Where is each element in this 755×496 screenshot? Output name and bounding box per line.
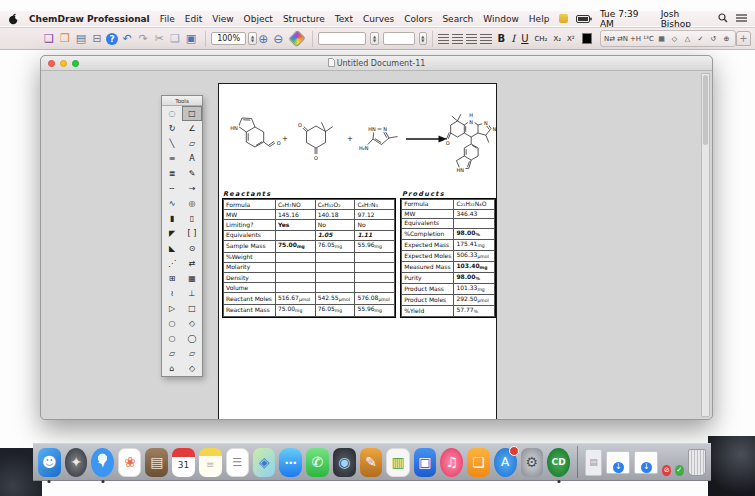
table-cell[interactable]: 145.16	[275, 210, 315, 220]
zoom-out-icon[interactable]: ⊖	[272, 32, 285, 46]
window-title-bar[interactable]: Untitled Document-11	[41, 56, 712, 71]
reaction-scheme[interactable]: HN O O O HN N H₂N H N N NH O HN +	[221, 97, 496, 197]
circle-shape-tool[interactable]: ○	[162, 331, 182, 346]
tools-palette-title[interactable]: Tools	[162, 96, 202, 106]
vertical-scrollbar[interactable]	[701, 73, 710, 417]
dock-downloads-2[interactable]: ↓	[634, 451, 658, 474]
orbital-tool[interactable]: ◎	[182, 196, 202, 211]
nmr-predict-icon[interactable]: ¹³C	[642, 32, 655, 45]
dock-badge-red[interactable]: ⊘	[662, 465, 671, 476]
bracket-tool[interactable]: [ ]	[182, 226, 202, 241]
table-cell[interactable]	[355, 272, 395, 282]
spotlight-search-icon[interactable]	[718, 13, 728, 25]
notification-center-icon[interactable]	[736, 13, 747, 24]
underline-button[interactable]: U	[521, 33, 528, 44]
menu-text[interactable]: Text	[335, 14, 353, 24]
align-right-icon[interactable]	[466, 34, 477, 44]
dock-document[interactable]: ▤	[585, 449, 603, 476]
hollow-wedge-tool[interactable]: ◣	[162, 241, 182, 256]
table-cell[interactable]: 55.96mg	[355, 305, 395, 317]
save-icon[interactable]: ▤	[74, 32, 88, 46]
clean-structure-icon[interactable]: △	[681, 32, 694, 45]
print-icon[interactable]: ⊟	[90, 32, 104, 46]
table-cell[interactable]: C₂₁H₂₂N₄O	[454, 200, 495, 210]
table-cell[interactable]: 140.18	[315, 210, 355, 220]
color-wheel-icon[interactable]	[288, 30, 306, 48]
pen-tool[interactable]: ✎	[182, 166, 202, 181]
name-to-structure-icon[interactable]: N⇄	[603, 32, 616, 45]
dock-downloads-1[interactable]: ↓	[606, 451, 630, 474]
dock-calendar[interactable]: 31	[172, 448, 195, 477]
table-cell[interactable]: C₄H₇N₃	[355, 200, 395, 210]
table-cell[interactable]: 516.67µmol	[275, 293, 315, 305]
dock-safari[interactable]: ➤	[91, 448, 114, 477]
dock-messages[interactable]: …	[279, 448, 302, 477]
triangle-shape-tool[interactable]: ▷	[162, 301, 182, 316]
bold-button[interactable]: B	[498, 33, 506, 44]
reactants-table[interactable]: FormulaC₉H₇NOC₈H₁₂O₂C₄H₇N₃MW145.16140.18…	[223, 199, 395, 317]
table-cell[interactable]: Yes	[275, 220, 315, 230]
check-structure-icon[interactable]: ◇	[668, 32, 681, 45]
oval-shape-tool[interactable]: ○	[162, 316, 182, 331]
menu-window[interactable]: Window	[483, 14, 519, 24]
menu-search[interactable]: Search	[442, 14, 473, 24]
expand-label-icon[interactable]: ⊕	[720, 32, 733, 45]
rotate-tool[interactable]: ↻	[162, 121, 182, 136]
table-cell[interactable]	[355, 252, 395, 262]
dock-itunes[interactable]: ♫	[440, 448, 463, 477]
query-bond-tool[interactable]: ⋰	[162, 256, 182, 271]
table-cell[interactable]: 346.43	[454, 209, 495, 219]
dock-launchpad[interactable]: ✦	[65, 448, 88, 477]
solid-bond-tool[interactable]: ╲	[162, 136, 182, 151]
zoom-in-icon[interactable]: ⊕	[257, 32, 270, 46]
table-cell[interactable]: 506.33µmol	[454, 250, 495, 261]
dock-ibooks[interactable]: ❏	[467, 448, 490, 477]
subscript-button[interactable]: X₂	[553, 35, 561, 43]
add-toolbar-button[interactable]: +	[736, 31, 751, 46]
align-left-icon[interactable]	[438, 34, 449, 44]
table-cell[interactable]	[275, 252, 315, 262]
arc-tool[interactable]: ∠	[182, 121, 202, 136]
italic-button[interactable]: I	[511, 33, 515, 44]
menu-edit[interactable]: Edit	[185, 14, 202, 24]
table-cell[interactable]: 57.77%	[454, 305, 495, 316]
menu-curves[interactable]: Curves	[363, 14, 394, 24]
app-menu-title[interactable]: ChemDraw Professional	[29, 14, 150, 24]
stamp-tool[interactable]: ⊥	[182, 286, 202, 301]
menu-help[interactable]: Help	[529, 14, 550, 24]
menu-clock[interactable]: Tue 7:39 AM	[600, 9, 653, 29]
table-cell[interactable]: 292.50µmol	[454, 294, 495, 305]
table-cell[interactable]	[275, 272, 315, 282]
dock-pages[interactable]: ✎	[360, 448, 383, 477]
font-stepper[interactable]: ▲▼	[370, 32, 379, 45]
paste-icon[interactable]: ▣	[184, 32, 198, 46]
dock-finder[interactable]: ☻	[38, 448, 61, 477]
menu-user[interactable]: Josh Bishop	[661, 9, 710, 29]
table-cell[interactable]	[315, 283, 355, 293]
table-cell[interactable]: 1.11	[355, 230, 395, 240]
implicit-hydrogens-icon[interactable]: +H	[629, 32, 642, 45]
redo-icon[interactable]: ↷	[136, 32, 150, 46]
dock-photos[interactable]: ❀	[118, 448, 141, 477]
table-cell[interactable]: No	[355, 220, 395, 230]
color-swatch[interactable]	[582, 33, 592, 44]
table-cell[interactable]	[355, 262, 395, 272]
formula-style-button[interactable]: CH₂	[534, 35, 547, 43]
battery-icon[interactable]	[576, 15, 592, 23]
trapezoid-shape-tool[interactable]: ▱	[182, 346, 202, 361]
font-size-stepper[interactable]: ▲▼	[419, 32, 428, 45]
superscript-button[interactable]: X²	[567, 35, 575, 43]
periodic-table-icon[interactable]: ▦	[655, 32, 668, 45]
analyze-structure-icon[interactable]: ✓	[694, 32, 707, 45]
dock-facetime[interactable]: ✆	[306, 448, 329, 477]
table-tool[interactable]: ⊞	[162, 271, 182, 286]
table-cell[interactable]	[275, 262, 315, 272]
table-cell[interactable]: C₉H₇NO	[275, 200, 315, 210]
wedge-bond-tool[interactable]: ◤	[162, 226, 182, 241]
zoom-level-select[interactable]: 100%	[211, 32, 246, 45]
menu-structure[interactable]: Structure	[283, 14, 325, 24]
new-document-icon[interactable]: ❑	[42, 32, 56, 46]
eraser-tool[interactable]: ▱	[182, 136, 202, 151]
justify-icon[interactable]	[480, 34, 491, 44]
font-size-select[interactable]	[383, 32, 415, 45]
